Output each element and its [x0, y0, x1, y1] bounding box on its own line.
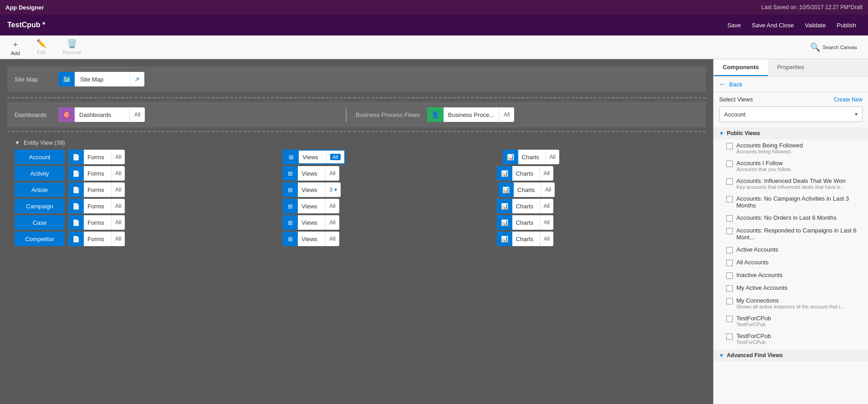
article-forms-box[interactable]: 📄 Forms All [68, 182, 125, 197]
activity-forms-box[interactable]: 📄 Forms All [68, 166, 125, 181]
main-layout: Site Map 🗺️ Site Map ↗ Dashboards 🎯 Dash… [0, 59, 868, 404]
article-charts-box[interactable]: 📊 Charts All [498, 182, 555, 197]
list-item[interactable]: All Accounts [714, 256, 868, 269]
view-checkbox-1[interactable] [726, 161, 733, 167]
view-checkbox-7[interactable] [726, 260, 733, 266]
view-checkbox-11[interactable] [726, 316, 733, 322]
case-forms-box[interactable]: 📄 Forms All [68, 215, 125, 230]
case-comp-group: 📄 Forms All [68, 215, 125, 230]
account-forms-box[interactable]: 📄 Forms All [68, 150, 125, 164]
validate-button[interactable]: Validate [800, 20, 830, 30]
public-views-chevron[interactable]: ▼ [719, 131, 724, 136]
view-checkbox-8[interactable] [726, 273, 733, 279]
title-bar-actions: Save Save And Close Validate Publish [723, 20, 861, 30]
account-forms-badge: All [111, 150, 125, 164]
create-new-link[interactable]: Create New [834, 96, 863, 103]
entity-activity-button[interactable]: Activity [15, 166, 65, 181]
edit-label: Edit [37, 50, 46, 55]
view-checkbox-4[interactable] [726, 215, 733, 222]
advanced-find-chevron[interactable]: ▼ [719, 353, 724, 358]
campaign-charts-box[interactable]: 📊 Charts All [497, 199, 553, 213]
tab-properties[interactable]: Properties [768, 59, 813, 76]
remove-button[interactable]: 🗑️ Remove [59, 37, 85, 58]
entity-article-button[interactable]: Article [15, 182, 65, 197]
search-icon: 🔍 [810, 42, 820, 52]
article-views-box[interactable]: ⊞ Views 3 ▾ [282, 182, 341, 197]
list-item[interactable]: Accounts Being Followed Accounts being f… [714, 139, 868, 157]
table-row: Activity 📄 Forms All ⊞ Views All [15, 166, 699, 181]
entity-dropdown[interactable]: Account ▾ [719, 106, 863, 122]
dashboards-name: Dashboards [75, 111, 129, 118]
campaign-views-box[interactable]: ⊞ Views All [282, 199, 339, 213]
entity-campaign-button[interactable]: Campaign [15, 199, 65, 213]
list-item[interactable]: Accounts: Responded to Campaigns in Last… [714, 224, 868, 243]
case-charts-box[interactable]: 📊 Charts All [497, 215, 553, 230]
case-views-box[interactable]: ⊞ Views All [282, 215, 339, 230]
bpf-box[interactable]: 👤 Business Proce... All [427, 107, 515, 122]
list-item[interactable]: My Connections Shows all active instance… [714, 294, 868, 312]
competitor-views-box[interactable]: ⊞ Views All [282, 232, 339, 246]
competitor-views-badge: All [325, 232, 339, 246]
tab-components[interactable]: Components [714, 59, 768, 76]
search-canvas-button[interactable]: 🔍 Search Canvas [807, 40, 861, 54]
view-checkbox-9[interactable] [726, 285, 733, 292]
entity-toggle-icon[interactable]: ▼ [15, 140, 20, 146]
advanced-find-views-header: ▼ Advanced Find Views [714, 349, 868, 361]
view-checkbox-0[interactable] [726, 143, 733, 149]
panel-back-nav[interactable]: ← Back [714, 76, 868, 92]
competitor-forms-box[interactable]: 📄 Forms All [68, 232, 125, 246]
save-and-close-button[interactable]: Save And Close [747, 20, 799, 30]
edit-button[interactable]: ✏️ Edit [33, 37, 50, 58]
account-views-box[interactable]: ⊞ Views All [282, 150, 345, 164]
activity-forms-label: Forms [84, 170, 111, 177]
activity-views-box[interactable]: ⊞ Views All [282, 166, 339, 181]
list-item[interactable]: Accounts: Influenced Deals That We Won K… [714, 175, 868, 192]
dashboards-section: Dashboards 🎯 Dashboards All Business Pro… [7, 102, 706, 127]
competitor-charts-box[interactable]: 📊 Charts All [497, 232, 553, 246]
list-item[interactable]: Accounts I Follow Accounts that you foll… [714, 157, 868, 175]
view-text-11: TestForCPub TestForCPub [736, 315, 771, 327]
charts-icon: 📊 [497, 199, 512, 213]
view-desc-12: TestForCPub [736, 339, 771, 345]
view-checkbox-6[interactable] [726, 247, 733, 253]
save-button[interactable]: Save [723, 20, 745, 30]
view-checkbox-3[interactable] [726, 196, 733, 202]
list-item[interactable]: Accounts: No Campaign Activities in Last… [714, 192, 868, 212]
activity-charts-badge: All [540, 166, 553, 181]
dashboards-icon: 🎯 [58, 107, 75, 122]
view-checkbox-12[interactable] [726, 333, 733, 340]
canvas-area[interactable]: Site Map 🗺️ Site Map ↗ Dashboards 🎯 Dash… [0, 59, 713, 404]
entity-case-button[interactable]: Case [15, 215, 65, 230]
list-item[interactable]: Inactive Accounts [714, 269, 868, 282]
dropdown-value: Account [724, 111, 745, 118]
campaign-views-badge: All [325, 199, 339, 213]
entity-account-button[interactable]: Account [15, 150, 65, 164]
back-label[interactable]: Back [729, 81, 742, 88]
entity-competitor-button[interactable]: Competitor [15, 232, 65, 246]
list-item[interactable]: Active Accounts [714, 243, 868, 256]
list-item[interactable]: TestForCPub TestForCPub [714, 312, 868, 330]
campaign-forms-box[interactable]: 📄 Forms All [68, 199, 125, 213]
account-charts-box[interactable]: 📊 Charts All [503, 150, 559, 164]
view-checkbox-2[interactable] [726, 178, 733, 185]
add-button[interactable]: ＋ Add [7, 37, 24, 58]
publish-button[interactable]: Publish [832, 20, 861, 30]
list-item[interactable]: My Active Accounts [714, 282, 868, 294]
sitemap-box[interactable]: 🗺️ Site Map ↗ [58, 72, 144, 86]
view-checkbox-10[interactable] [726, 298, 733, 304]
case-charts-badge: All [540, 215, 553, 230]
activity-views-badge: All [325, 166, 339, 181]
activity-charts-box[interactable]: 📊 Charts All [497, 166, 553, 181]
campaign-views-group: ⊞ Views All [282, 199, 339, 213]
list-item[interactable]: TestForCPub TestForCPub [714, 330, 868, 348]
competitor-views-label: Views [298, 236, 325, 242]
article-views-label: Views [298, 187, 325, 193]
sitemap-section: Site Map 🗺️ Site Map ↗ [7, 66, 706, 92]
list-item[interactable]: Accounts: No Orders in Last 6 Months [714, 212, 868, 224]
divider-2 [7, 131, 706, 132]
view-checkbox-5[interactable] [726, 228, 733, 234]
view-name-12: TestForCPub [736, 333, 771, 339]
sitemap-navigate-icon[interactable]: ↗ [129, 72, 144, 86]
dashboards-box[interactable]: 🎯 Dashboards All [58, 107, 145, 122]
forms-icon: 📄 [68, 215, 84, 230]
